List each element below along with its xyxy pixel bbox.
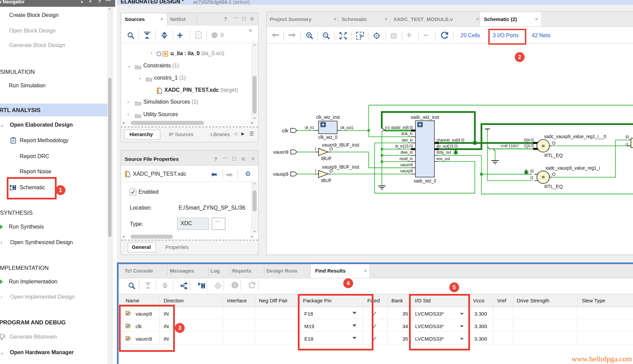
svg-text:vauxn9: vauxn9 (273, 149, 288, 155)
svg-text:I1: I1 (530, 175, 534, 180)
svg-text:RTL_EQ: RTL_EQ (545, 184, 563, 189)
svg-text:xadc_wiz_inst: xadc_wiz_inst (411, 114, 440, 120)
svg-text:I: I (315, 146, 316, 151)
svg-text:drdy_out: drdy_out (436, 150, 451, 155)
svg-text:O: O (329, 168, 333, 173)
svg-text:O: O (329, 146, 333, 151)
svg-text:di_in[15:0]: di_in[15:0] (395, 144, 413, 149)
svg-text:=: = (542, 174, 545, 180)
svg-text:daddr_in[6:0]: daddr_in[6:0] (391, 125, 413, 130)
svg-text:eoc_out: eoc_out (436, 156, 450, 161)
svg-text:O: O (552, 141, 555, 146)
svg-text:V=B"11001": V=B"11001" (501, 144, 519, 148)
svg-text:IBUF: IBUF (321, 177, 332, 183)
svg-text:do_out[15:0]: do_out[15:0] (436, 144, 457, 149)
svg-text:4:0: 4:0 (385, 126, 390, 130)
svg-text:I1: I1 (626, 143, 629, 147)
svg-text:I0: I0 (626, 135, 629, 140)
svg-text:I: I (315, 168, 316, 173)
svg-text:xadc_vauxp9_value_reg1_i: xadc_vauxp9_value_reg1_i (546, 165, 600, 171)
svg-text:clk_in1: clk_in1 (305, 125, 314, 130)
svg-text:I0: I0 (530, 169, 534, 174)
svg-text:reset_in: reset_in (400, 156, 413, 161)
svg-text:I1[4:0]: I1[4:0] (524, 144, 534, 148)
svg-text:clk_wiz_0: clk_wiz_0 (319, 134, 338, 140)
svg-text:clk: clk (282, 128, 289, 133)
svg-text:channel_out[4:0]: channel_out[4:0] (436, 138, 464, 143)
svg-text:xadc_wiz_0: xadc_wiz_0 (414, 178, 436, 184)
svg-text:IBUF: IBUF (321, 155, 332, 161)
svg-text:vauxn9_IBUF_inst: vauxn9_IBUF_inst (322, 142, 360, 148)
svg-text:dclk_in: dclk_in (401, 131, 413, 136)
svg-text:vauxp9: vauxp9 (400, 169, 413, 173)
svg-text:vauxp9: vauxp9 (273, 171, 288, 177)
svg-text:?: ? (197, 33, 199, 37)
svg-text:RTL_EQ: RTL_EQ (545, 152, 563, 158)
svg-text:vauxn9: vauxn9 (400, 163, 413, 167)
svg-text:dwe_in: dwe_in (401, 150, 413, 155)
svg-text:den_in: den_in (402, 138, 413, 143)
svg-text:O: O (552, 172, 555, 177)
svg-text:clk_wiz_inst: clk_wiz_inst (316, 114, 340, 120)
svg-text:xadc_vauxp9_value_reg1_i__0: xadc_vauxp9_value_reg1_i__0 (544, 133, 606, 139)
svg-text:I0[4:0]: I0[4:0] (524, 138, 534, 143)
svg-text:=: = (542, 143, 545, 149)
svg-text:clk_out1: clk_out1 (340, 125, 353, 130)
svg-text:vauxp9_IBUF_inst: vauxp9_IBUF_inst (322, 164, 360, 170)
